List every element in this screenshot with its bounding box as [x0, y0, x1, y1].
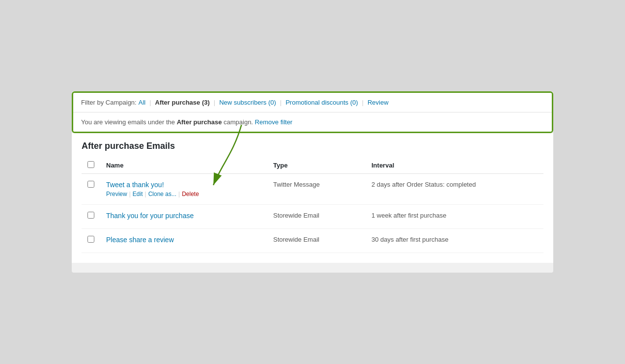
row-1-clone-link[interactable]: Clone as...: [148, 191, 176, 197]
row-1-delete-link[interactable]: Delete: [182, 191, 199, 197]
row-2-type-cell: Storewide Email: [267, 205, 366, 229]
separator-4: |: [362, 99, 364, 106]
main-container: Filter by Campaign: All | After purchase…: [72, 91, 553, 273]
remove-filter-link[interactable]: Remove filter: [255, 118, 293, 126]
row-1-preview-link[interactable]: Preview: [106, 191, 127, 197]
row-2-checkbox-cell: [82, 205, 100, 229]
row-1-sep-2: |: [145, 191, 146, 197]
filter-box: Filter by Campaign: All | After purchase…: [72, 91, 553, 133]
row-1-actions: Preview | Edit | Clone as... | Delete: [106, 191, 261, 197]
row-2-name-link[interactable]: Thank you for your purchase: [106, 212, 261, 220]
row-1-name-link[interactable]: Tweet a thank you!: [106, 181, 261, 189]
row-3-checkbox[interactable]: [87, 236, 94, 243]
table-row: Please share a review Storewide Email 30…: [82, 229, 543, 253]
row-1-name-cell: Tweet a thank you! Preview | Edit | Clon…: [100, 174, 267, 205]
row-1-edit-link[interactable]: Edit: [133, 191, 143, 197]
th-interval: Interval: [366, 157, 543, 174]
filter-link-after-purchase[interactable]: After purchase (3): [155, 99, 210, 106]
separator-1: |: [149, 99, 151, 106]
filter-label: Filter by Campaign:: [81, 99, 137, 106]
select-all-checkbox[interactable]: [87, 161, 94, 168]
row-1-interval-cell: 2 days after Order Status: completed: [366, 174, 543, 205]
row-1-sep-1: |: [129, 191, 131, 197]
table-header-row: Name Type Interval: [82, 157, 543, 174]
row-1-sep-3: |: [178, 191, 180, 197]
row-3-interval-cell: 30 days after first purchase: [366, 229, 543, 253]
th-type: Type: [267, 157, 366, 174]
row-3-type-cell: Storewide Email: [267, 229, 366, 253]
email-table: Name Type Interval Tweet a thank you! Pr…: [82, 157, 543, 253]
separator-3: |: [280, 99, 282, 106]
filter-link-promotional[interactable]: Promotional discounts (0): [285, 99, 358, 106]
row-1-checkbox[interactable]: [87, 181, 94, 188]
info-campaign-name: After purchase: [177, 118, 222, 126]
content-area: After purchase Emails Name Type Interval: [72, 133, 553, 263]
section-title: After purchase Emails: [72, 133, 553, 157]
info-prefix: You are viewing emails under the: [81, 118, 177, 126]
row-3-name-link[interactable]: Please share a review: [106, 236, 261, 244]
row-2-name-cell: Thank you for your purchase: [100, 205, 267, 229]
row-2-checkbox[interactable]: [87, 212, 94, 219]
th-select-all: [82, 157, 100, 174]
filter-link-new-subscribers[interactable]: New subscribers (0): [219, 99, 276, 106]
table-row: Thank you for your purchase Storewide Em…: [82, 205, 543, 229]
row-1-checkbox-cell: [82, 174, 100, 205]
filter-link-review[interactable]: Review: [368, 99, 389, 106]
filter-link-all[interactable]: All: [139, 99, 145, 106]
table-row: Tweet a thank you! Preview | Edit | Clon…: [82, 174, 543, 205]
th-name: Name: [100, 157, 267, 174]
row-3-checkbox-cell: [82, 229, 100, 253]
separator-2: |: [214, 99, 215, 106]
row-3-name-cell: Please share a review: [100, 229, 267, 253]
info-suffix: campaign.: [222, 118, 253, 126]
filter-bar: Filter by Campaign: All | After purchase…: [73, 93, 552, 112]
row-1-type-cell: Twitter Message: [267, 174, 366, 205]
info-bar: You are viewing emails under the After p…: [73, 112, 552, 132]
row-2-interval-cell: 1 week after first purchase: [366, 205, 543, 229]
